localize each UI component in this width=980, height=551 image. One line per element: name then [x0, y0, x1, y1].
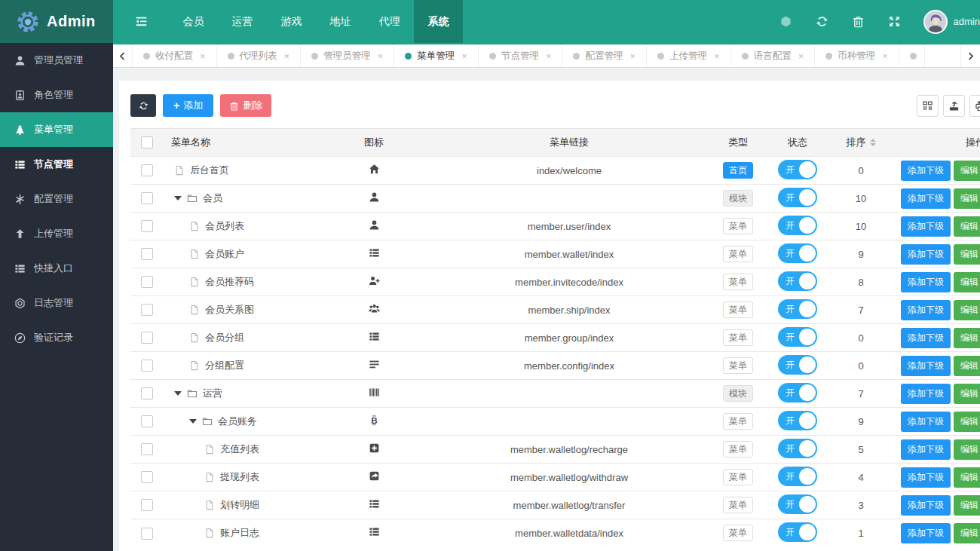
tabs-scroll-right-button[interactable] [960, 44, 980, 67]
status-toggle[interactable]: 开 [778, 216, 817, 235]
tab-close-icon[interactable]: × [714, 51, 720, 62]
status-toggle[interactable]: 开 [778, 355, 817, 375]
tab-overflow[interactable] [899, 44, 925, 67]
row-checkbox[interactable] [141, 192, 153, 204]
col-header-status[interactable]: 状态 [767, 129, 828, 157]
refresh-button[interactable] [130, 94, 156, 117]
tab-close-icon[interactable]: × [284, 51, 290, 62]
status-toggle[interactable]: 开 [778, 467, 817, 486]
header-refresh-button[interactable] [804, 15, 841, 28]
row-checkbox[interactable] [141, 332, 153, 344]
header-fullscreen-button[interactable] [877, 15, 913, 28]
print-button[interactable] [969, 95, 980, 117]
edit-button[interactable]: 编辑 [954, 412, 980, 432]
edit-button[interactable]: 编辑 [954, 216, 980, 237]
row-checkbox[interactable] [141, 443, 153, 455]
tab-close-icon[interactable]: × [798, 51, 804, 62]
row-checkbox[interactable] [141, 471, 153, 483]
columns-button[interactable] [917, 95, 939, 117]
col-header-icon[interactable]: 图标 [318, 129, 430, 157]
row-checkbox[interactable] [141, 387, 153, 399]
sidebar-item-7[interactable]: 快捷入口 [0, 251, 113, 286]
sidebar-item-5[interactable]: 配置管理 [0, 182, 113, 216]
nav-item-3[interactable]: 游戏 [267, 0, 316, 43]
sidebar-item-4[interactable]: 节点管理 [0, 147, 113, 182]
edit-button[interactable]: 编辑 [954, 439, 980, 460]
status-toggle[interactable]: 开 [778, 439, 817, 458]
add-child-button[interactable]: 添加下级 [901, 272, 951, 292]
row-checkbox[interactable] [141, 276, 153, 288]
tab-1[interactable]: 收付配置× [133, 44, 217, 67]
sidebar-item-2[interactable]: 角色管理 [0, 78, 113, 112]
edit-button[interactable]: 编辑 [954, 523, 980, 543]
edit-button[interactable]: 编辑 [954, 300, 980, 320]
row-checkbox[interactable] [141, 415, 153, 427]
tab-5[interactable]: 节点管理× [479, 44, 563, 67]
caret-down-icon[interactable] [174, 196, 182, 201]
edit-button[interactable]: 编辑 [954, 384, 980, 404]
add-child-button[interactable]: 添加下级 [901, 467, 951, 488]
tabs-scroll-left-button[interactable] [113, 44, 133, 67]
sidebar-item-8[interactable]: 日志管理 [0, 286, 113, 320]
caret-down-icon[interactable] [174, 391, 182, 396]
user-menu[interactable]: admin [923, 10, 980, 34]
edit-button[interactable]: 编辑 [954, 467, 980, 488]
sidebar-item-1[interactable]: 管理员管理 [0, 43, 113, 78]
col-header-type[interactable]: 类型 [709, 129, 767, 157]
tab-close-icon[interactable]: × [629, 51, 635, 62]
col-header-link[interactable]: 菜单链接 [430, 129, 709, 157]
select-all-checkbox[interactable] [141, 136, 153, 148]
sidebar-item-6[interactable]: 上传管理 [0, 216, 113, 251]
add-child-button[interactable]: 添加下级 [901, 188, 951, 209]
nav-item-1[interactable]: 会员 [169, 0, 218, 43]
edit-button[interactable]: 编辑 [954, 188, 980, 209]
status-toggle[interactable]: 开 [778, 411, 817, 430]
add-child-button[interactable]: 添加下级 [901, 356, 951, 376]
tab-4[interactable]: 菜单管理× [394, 44, 479, 67]
tab-close-icon[interactable]: × [200, 51, 206, 62]
add-child-button[interactable]: 添加下级 [901, 412, 951, 432]
tab-7[interactable]: 上传管理× [647, 44, 731, 67]
edit-button[interactable]: 编辑 [954, 161, 980, 181]
tab-9[interactable]: 币种管理× [815, 44, 899, 67]
header-hexagon-button[interactable] [768, 15, 804, 28]
export-button[interactable] [943, 95, 965, 117]
status-toggle[interactable]: 开 [778, 494, 817, 514]
col-header-sort[interactable]: 排序 [847, 136, 876, 149]
status-toggle[interactable]: 开 [778, 243, 817, 263]
add-child-button[interactable]: 添加下级 [901, 523, 951, 543]
tab-close-icon[interactable]: × [461, 51, 467, 62]
sidebar-collapse-button[interactable] [113, 0, 169, 43]
add-child-button[interactable]: 添加下级 [901, 244, 951, 265]
add-child-button[interactable]: 添加下级 [901, 216, 951, 237]
row-checkbox[interactable] [141, 220, 153, 232]
nav-item-5[interactable]: 代理 [365, 0, 414, 43]
tab-close-icon[interactable]: × [882, 51, 888, 62]
status-toggle[interactable]: 开 [778, 160, 817, 179]
header-trash-button[interactable] [841, 15, 877, 28]
row-checkbox[interactable] [141, 304, 153, 316]
sidebar-item-9[interactable]: 验证记录 [0, 320, 113, 355]
row-checkbox[interactable] [141, 164, 153, 176]
edit-button[interactable]: 编辑 [954, 272, 980, 292]
tab-close-icon[interactable]: × [546, 51, 552, 62]
add-child-button[interactable]: 添加下级 [901, 439, 951, 460]
col-header-name[interactable]: 菜单名称 [164, 129, 318, 157]
edit-button[interactable]: 编辑 [954, 356, 980, 376]
nav-item-2[interactable]: 运营 [218, 0, 267, 43]
tab-2[interactable]: 代理列表× [217, 44, 302, 67]
add-button[interactable]: + 添加 [163, 94, 213, 117]
edit-button[interactable]: 编辑 [954, 328, 980, 348]
avatar[interactable] [923, 10, 948, 34]
status-toggle[interactable]: 开 [778, 299, 817, 319]
row-checkbox[interactable] [141, 360, 153, 372]
row-checkbox[interactable] [141, 528, 153, 540]
edit-button[interactable]: 编辑 [954, 495, 980, 516]
add-child-button[interactable]: 添加下级 [901, 495, 951, 516]
status-toggle[interactable]: 开 [778, 188, 817, 207]
tab-close-icon[interactable]: × [378, 51, 384, 62]
status-toggle[interactable]: 开 [778, 522, 817, 542]
add-child-button[interactable]: 添加下级 [901, 300, 951, 320]
nav-item-4[interactable]: 地址 [316, 0, 365, 43]
status-toggle[interactable]: 开 [778, 271, 817, 291]
